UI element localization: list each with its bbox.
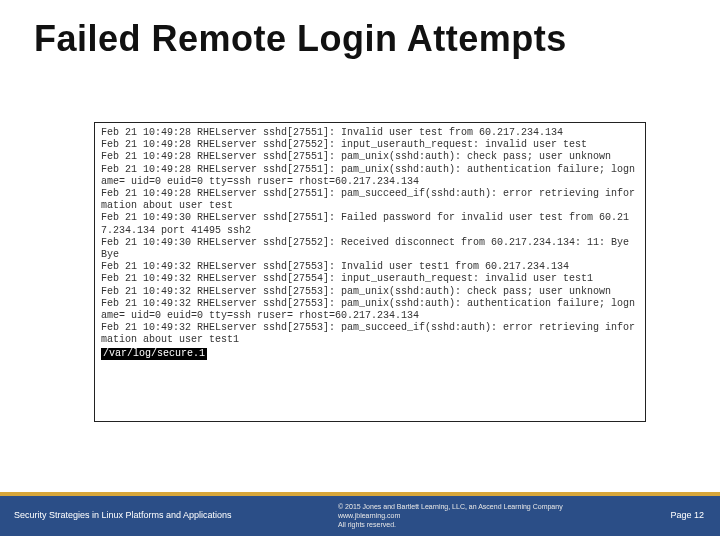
log-text: Feb 21 10:49:28 RHELserver sshd[27551]: … [101, 127, 635, 345]
page-number: Page 12 [670, 510, 704, 520]
copyright-url: www.jblearning.com [338, 512, 400, 519]
copyright-line: © 2015 Jones and Bartlett Learning, LLC,… [338, 503, 563, 510]
footer-left-text: Security Strategies in Linux Platforms a… [14, 510, 232, 520]
copyright-rights: All rights reserved. [338, 521, 396, 528]
footer-copyright: © 2015 Jones and Bartlett Learning, LLC,… [338, 502, 563, 529]
log-file-path: /var/log/secure.1 [101, 348, 207, 360]
log-output: Feb 21 10:49:28 RHELserver sshd[27551]: … [94, 122, 646, 422]
slide-title: Failed Remote Login Attempts [34, 18, 567, 60]
footer: Security Strategies in Linux Platforms a… [0, 492, 720, 536]
slide: Failed Remote Login Attempts Feb 21 10:4… [0, 0, 720, 540]
